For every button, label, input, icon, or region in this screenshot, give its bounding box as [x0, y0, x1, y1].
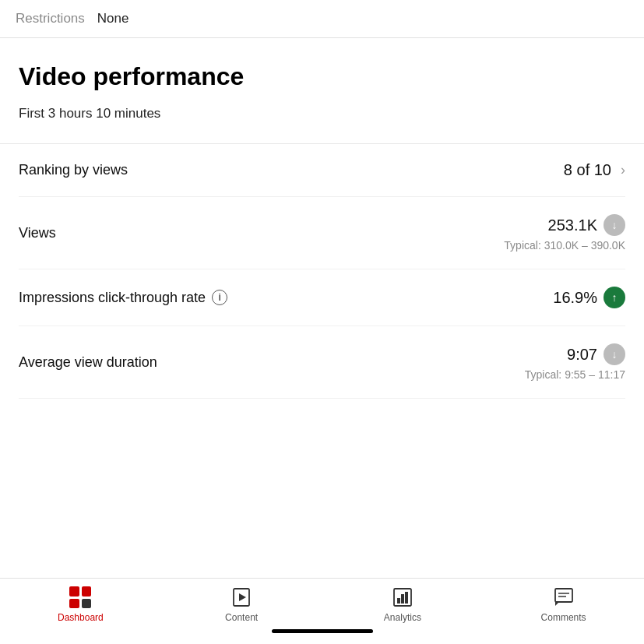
views-down-arrow-icon: ↓	[604, 214, 625, 236]
svg-rect-5	[405, 592, 408, 604]
views-value: 253.1K	[548, 216, 597, 234]
nav-label-content: Content	[225, 612, 258, 623]
svg-rect-6	[555, 589, 572, 602]
ctr-value: 16.9%	[553, 289, 597, 307]
nav-item-analytics[interactable]: Analytics	[322, 586, 484, 623]
avg-duration-typical: Typical: 9:55 – 11:17	[525, 368, 625, 381]
dashboard-icon	[69, 586, 91, 608]
content-icon	[231, 586, 252, 608]
svg-rect-3	[397, 598, 400, 604]
svg-marker-1	[239, 593, 246, 601]
nav-item-comments[interactable]: Comments	[483, 586, 644, 623]
svg-marker-9	[555, 602, 559, 606]
nav-item-content[interactable]: Content	[161, 586, 322, 623]
bottom-nav-area: Dashboard Content Analytic	[0, 578, 644, 644]
main-content: Video performance First 3 hours 10 minut…	[0, 38, 644, 399]
nav-label-analytics: Analytics	[384, 612, 421, 623]
ctr-label: Impressions click-through rate i	[19, 290, 227, 306]
avg-duration-down-arrow-icon: ↓	[604, 343, 625, 365]
restrictions-value: None	[97, 11, 129, 26]
home-indicator	[272, 629, 373, 633]
avg-duration-value: 9:07	[567, 346, 597, 364]
top-bar: Restrictions None	[0, 0, 644, 38]
avg-duration-typical-range: 9:55 – 11:17	[565, 368, 625, 381]
bottom-nav: Dashboard Content Analytic	[0, 578, 644, 623]
stat-row-ranking[interactable]: Ranking by views 8 of 10 ›	[19, 144, 625, 197]
time-period: First 3 hours 10 minutes	[19, 106, 625, 121]
avg-duration-label: Average view duration	[19, 354, 157, 371]
svg-rect-4	[401, 594, 404, 604]
page-title: Video performance	[19, 63, 625, 90]
ranking-value: 8 of 10	[564, 161, 611, 179]
views-right: 253.1K ↓ Typical: 310.0K – 390.0K	[504, 214, 625, 252]
comments-icon	[553, 586, 575, 608]
stat-row-ctr: Impressions click-through rate i 16.9% ↑	[19, 269, 625, 326]
nav-label-dashboard: Dashboard	[58, 612, 104, 623]
views-typical: Typical: 310.0K – 390.0K	[504, 239, 625, 252]
restrictions-label: Restrictions	[16, 11, 85, 26]
nav-label-comments: Comments	[541, 612, 586, 623]
views-label: Views	[19, 225, 56, 241]
ctr-right: 16.9% ↑	[553, 287, 625, 308]
home-bar	[0, 623, 644, 644]
chevron-right-icon: ›	[621, 162, 625, 178]
stat-row-avg-duration: Average view duration 9:07 ↓ Typical: 9:…	[19, 326, 625, 399]
stat-row-views: Views 253.1K ↓ Typical: 310.0K – 390.0K	[19, 197, 625, 269]
info-icon[interactable]: i	[212, 290, 227, 305]
avg-duration-right: 9:07 ↓ Typical: 9:55 – 11:17	[525, 343, 625, 381]
analytics-icon	[392, 586, 413, 608]
nav-item-dashboard[interactable]: Dashboard	[0, 586, 161, 623]
views-typical-range: 310.0K – 390.0K	[544, 239, 625, 252]
ranking-label: Ranking by views	[19, 162, 128, 178]
ctr-up-arrow-icon: ↑	[604, 287, 625, 308]
ranking-right: 8 of 10 ›	[564, 161, 625, 179]
